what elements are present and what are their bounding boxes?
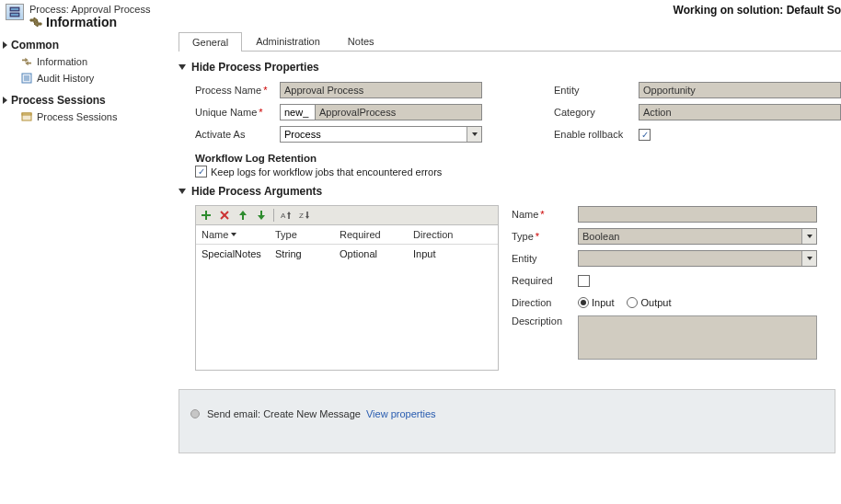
unique-name-prefix[interactable] <box>280 104 315 120</box>
arg-direction-output-radio[interactable] <box>627 297 638 308</box>
svg-rect-13 <box>288 214 290 219</box>
svg-rect-0 <box>10 7 19 11</box>
col-direction[interactable]: Direction <box>413 229 478 240</box>
sidebar: Common Information Audit History Process… <box>0 31 173 502</box>
section-title: Hide Process Properties <box>191 61 319 74</box>
sidebar-item-audit-history[interactable]: Audit History <box>0 70 173 86</box>
sidebar-item-label: Information <box>37 56 87 67</box>
category-input[interactable] <box>639 104 841 120</box>
sort-desc-icon[interactable]: Z <box>298 209 311 222</box>
arg-type-label: Type* <box>512 231 578 242</box>
window-header: Process: Approval Process Information Wo… <box>0 0 841 31</box>
cell-direction: Input <box>413 248 478 259</box>
process-name-input[interactable] <box>280 82 482 98</box>
svg-rect-15 <box>306 212 308 216</box>
sort-asc-icon[interactable]: A <box>280 209 293 222</box>
arguments-table-header: Name Type Required Direction <box>196 225 498 245</box>
step-label: Send email: <box>207 408 260 419</box>
arguments-toolbar: A Z <box>196 206 498 225</box>
chevron-down-icon[interactable] <box>467 127 481 142</box>
radio-label-input: Input <box>592 297 614 308</box>
arg-entity-select[interactable] <box>578 250 817 267</box>
svg-rect-7 <box>22 113 31 115</box>
tab-label: Administration <box>256 36 320 47</box>
enable-rollback-checkbox[interactable] <box>639 129 651 141</box>
chevron-down-icon <box>179 64 186 70</box>
up-icon[interactable] <box>236 209 249 222</box>
entity-input[interactable] <box>639 82 841 98</box>
section-toggle-process-properties[interactable]: Hide Process Properties <box>179 61 841 74</box>
tab-general[interactable]: General <box>179 32 242 52</box>
arg-entity-label: Entity <box>512 253 578 264</box>
chevron-down-icon[interactable] <box>801 251 816 266</box>
arg-name-label: Name* <box>512 209 578 220</box>
sessions-icon <box>20 110 33 123</box>
audit-icon <box>20 72 33 85</box>
process-icon <box>6 4 24 20</box>
col-name[interactable]: Name <box>202 229 275 240</box>
arg-description-label: Description <box>512 315 578 326</box>
entity-label: Entity <box>554 85 639 96</box>
section-toggle-process-arguments[interactable]: Hide Process Arguments <box>179 185 841 198</box>
step-value: Create New Message <box>263 408 361 419</box>
tab-notes[interactable]: Notes <box>334 31 388 51</box>
chevron-right-icon <box>3 97 7 104</box>
table-row[interactable]: SpecialNotes String Optional Input <box>196 245 498 263</box>
sidebar-item-process-sessions[interactable]: Process Sessions <box>0 109 173 125</box>
activate-as-select[interactable] <box>280 126 482 143</box>
down-icon[interactable] <box>255 209 268 222</box>
argument-form: Name* Type* Entity <box>512 205 841 371</box>
working-on-label: Working on solution: Default So <box>674 4 841 17</box>
arg-name-input[interactable] <box>578 206 817 223</box>
sidebar-item-information[interactable]: Information <box>0 53 173 70</box>
process-name-label: Process Name* <box>195 85 280 96</box>
svg-text:A: A <box>281 212 286 220</box>
wlr-title: Workflow Log Retention <box>195 153 841 164</box>
section-title: Hide Process Arguments <box>191 185 322 198</box>
tab-label: General <box>192 37 228 48</box>
sidebar-item-label: Audit History <box>37 73 94 84</box>
arg-description-textarea[interactable] <box>578 315 817 360</box>
page-title: Information <box>46 15 117 29</box>
radio-label-output: Output <box>640 297 671 308</box>
step-bullet-icon <box>190 409 200 418</box>
enable-rollback-label: Enable rollback <box>554 129 639 140</box>
sidebar-group-process-sessions[interactable]: Process Sessions <box>0 92 173 109</box>
unique-name-input[interactable] <box>315 104 482 120</box>
svg-rect-1 <box>10 13 19 17</box>
arg-direction-input-radio[interactable] <box>578 297 589 308</box>
step-row[interactable]: Send email: Create New Message View prop… <box>190 408 824 419</box>
chevron-down-icon <box>179 189 186 194</box>
wlr-checkbox-label: Keep logs for workflow jobs that encount… <box>211 166 442 178</box>
delete-icon[interactable] <box>218 209 231 222</box>
tabs: General Administration Notes <box>179 31 841 52</box>
steps-box: Send email: Create New Message View prop… <box>179 389 835 453</box>
sidebar-group-label: Process Sessions <box>11 94 106 107</box>
arg-required-checkbox[interactable] <box>578 275 590 287</box>
sidebar-group-common[interactable]: Common <box>0 37 173 53</box>
svg-text:Z: Z <box>299 212 304 220</box>
arg-required-label: Required <box>512 275 578 286</box>
sidebar-group-label: Common <box>11 39 59 52</box>
arg-direction-label: Direction <box>512 297 578 308</box>
activate-as-label: Activate As <box>195 129 280 140</box>
svg-rect-9 <box>202 214 211 216</box>
tab-label: Notes <box>348 36 374 47</box>
chevron-down-icon[interactable] <box>801 229 816 244</box>
unique-name-label: Unique Name* <box>195 107 280 118</box>
category-label: Category <box>554 107 639 118</box>
info-icon <box>20 55 33 68</box>
cell-type: String <box>275 248 340 259</box>
col-required[interactable]: Required <box>340 229 413 240</box>
view-properties-link[interactable]: View properties <box>366 408 436 419</box>
cell-name: SpecialNotes <box>202 248 275 259</box>
content-area: General Administration Notes Hide Proces… <box>173 31 841 502</box>
col-type[interactable]: Type <box>275 229 340 240</box>
add-icon[interactable] <box>200 209 213 222</box>
sort-caret-icon <box>231 233 236 236</box>
arg-type-select[interactable] <box>578 228 817 245</box>
tab-administration[interactable]: Administration <box>242 31 334 51</box>
wlr-checkbox[interactable] <box>195 166 207 178</box>
sidebar-item-label: Process Sessions <box>37 111 117 122</box>
cell-required: Optional <box>340 248 413 259</box>
